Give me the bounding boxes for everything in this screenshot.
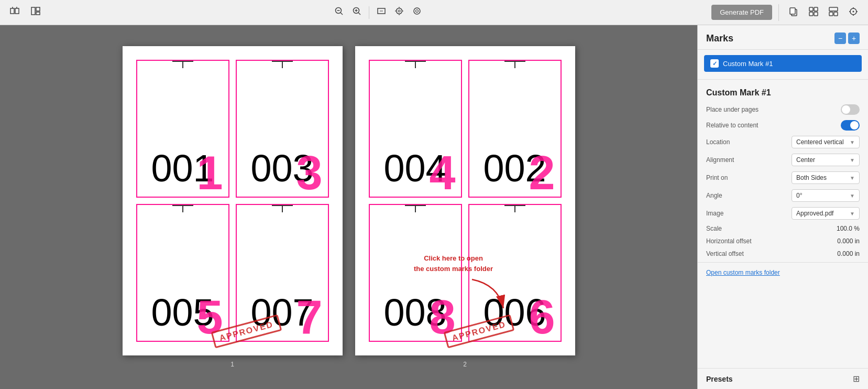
scale-value: 100.0 % <box>768 225 860 232</box>
alignment-label: Alignment <box>706 156 764 164</box>
page-1-number: 1 <box>230 361 234 368</box>
generate-pdf-button[interactable]: Generate PDF <box>711 5 772 20</box>
card-7-mark-v <box>415 206 416 212</box>
angle-label: Angle <box>706 192 764 199</box>
toolbar-center <box>44 4 711 20</box>
svg-line-13 <box>358 13 360 15</box>
fit-all-btn[interactable] <box>409 4 425 20</box>
location-select-arrow: ▼ <box>850 139 855 145</box>
relative-to-content-row: Relative to content <box>698 117 868 133</box>
panel-minus-btn[interactable]: − <box>834 33 846 44</box>
presets-label: Presets <box>706 375 733 383</box>
scale-label: Scale <box>706 225 764 232</box>
card-4-mark-v <box>282 206 283 212</box>
place-under-pages-row: Place under pages <box>698 102 868 117</box>
panel-section-title: Custom Mark #1 <box>698 82 868 102</box>
scale-row: Scale 100.0 % <box>698 222 868 235</box>
open-folder-link[interactable]: Open custom marks folder <box>698 265 868 280</box>
location-select-text: Centered vertical <box>796 138 844 146</box>
card-6-mark <box>504 61 525 68</box>
card-1-mark-v <box>182 62 183 68</box>
panel-plus-btn[interactable]: + <box>848 33 860 44</box>
image-select-arrow: ▼ <box>850 211 855 217</box>
page-1: 001 1 003 3 <box>123 46 343 355</box>
print-on-select-text: Both Sides <box>796 174 827 181</box>
print-on-select[interactable]: Both Sides ▼ <box>792 171 860 184</box>
print-on-label: Print on <box>706 174 764 181</box>
pages-container: 001 1 003 3 <box>123 46 575 368</box>
toolbar-left <box>6 4 44 21</box>
card-4-mark <box>272 205 293 212</box>
fit-page-btn[interactable] <box>391 4 407 20</box>
alignment-select-arrow: ▼ <box>850 157 855 163</box>
layout-btn-2[interactable] <box>27 4 44 21</box>
svg-point-17 <box>398 10 400 12</box>
card-8-mark-v <box>514 206 515 212</box>
relative-to-content-toggle[interactable] <box>841 120 860 131</box>
card-5-overlay: 4 <box>429 149 455 197</box>
card-7-mark <box>405 205 426 212</box>
panel-icon-grid1[interactable] <box>805 4 822 21</box>
place-under-pages-value <box>768 104 860 115</box>
vertical-offset-value-text: 0.000 in <box>837 250 860 257</box>
panel-icon-copy[interactable] <box>785 4 802 21</box>
layout-btn-1[interactable] <box>6 4 23 21</box>
card-2-overlay: 3 <box>296 149 322 197</box>
print-on-select-arrow: ▼ <box>850 175 855 181</box>
svg-point-23 <box>415 10 418 13</box>
card-7: 008 8 <box>369 204 462 342</box>
card-2: 003 3 <box>236 60 329 198</box>
svg-point-16 <box>396 8 402 14</box>
presets-row: Presets ⊞ <box>698 368 868 389</box>
alignment-row: Alignment Center ▼ <box>698 151 868 169</box>
page-2: 004 4 002 2 <box>355 46 575 355</box>
svg-point-22 <box>414 8 420 14</box>
alignment-select-text: Center <box>796 156 815 164</box>
horizontal-offset-value-text: 0.000 in <box>837 237 860 245</box>
svg-rect-1 <box>15 8 19 14</box>
card-5: 004 4 <box>369 60 462 198</box>
image-label: Image <box>706 210 764 217</box>
alignment-value: Center ▼ <box>768 154 860 166</box>
panel-icon-grid2[interactable] <box>825 4 842 21</box>
card-4: 007 7 <box>236 204 329 342</box>
mark-item-label: Custom Mark #1 <box>723 60 773 68</box>
toolbar-divider <box>369 6 369 19</box>
right-panel: Marks − + ✓ Custom Mark #1 Custom Mark #… <box>697 25 868 389</box>
location-value: Centered vertical ▼ <box>768 136 860 148</box>
svg-rect-32 <box>834 12 838 16</box>
zoom-out-btn[interactable] <box>331 4 347 20</box>
image-value: Approved.pdf ▼ <box>768 207 860 220</box>
print-on-value: Both Sides ▼ <box>768 171 860 184</box>
place-under-pages-toggle[interactable] <box>841 104 860 115</box>
card-3: 005 5 <box>136 204 229 342</box>
angle-value: 0° ▼ <box>768 189 860 202</box>
fit-width-btn[interactable] <box>373 4 389 20</box>
svg-point-38 <box>853 10 854 12</box>
image-select-text: Approved.pdf <box>796 210 833 217</box>
panel-icon-crosshair[interactable] <box>845 4 862 21</box>
card-4-overlay: 7 <box>296 294 322 341</box>
page-2-wrapper: 004 4 002 2 <box>355 46 575 368</box>
presets-grid-icon[interactable]: ⊞ <box>853 374 860 384</box>
svg-rect-4 <box>31 7 35 15</box>
location-select[interactable]: Centered vertical ▼ <box>792 136 860 148</box>
image-row: Image Approved.pdf ▼ <box>698 204 868 222</box>
zoom-in-btn[interactable] <box>349 4 365 20</box>
mark-item-1[interactable]: ✓ Custom Mark #1 <box>704 55 862 72</box>
card-8: 006 6 <box>468 204 562 342</box>
alignment-select[interactable]: Center ▼ <box>792 154 860 166</box>
panel-title: Marks <box>706 33 733 44</box>
card-6: 002 2 <box>468 60 562 198</box>
page-2-number: 2 <box>463 361 467 368</box>
image-select[interactable]: Approved.pdf ▼ <box>792 207 860 220</box>
card-8-overlay: 6 <box>529 294 555 341</box>
location-row: Location Centered vertical ▼ <box>698 133 868 151</box>
print-on-row: Print on Both Sides ▼ <box>698 169 868 187</box>
svg-rect-31 <box>829 12 833 16</box>
relative-to-content-label: Relative to content <box>706 122 764 129</box>
toolbar: Generate PDF <box>0 0 868 25</box>
angle-row: Angle 0° ▼ <box>698 187 868 204</box>
card-6-overlay: 2 <box>529 149 555 197</box>
angle-select[interactable]: 0° ▼ <box>792 189 860 202</box>
